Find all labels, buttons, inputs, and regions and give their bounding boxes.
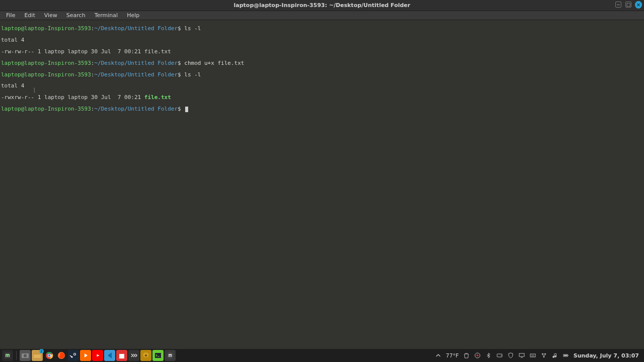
battery-icon (563, 352, 569, 358)
caret-up-icon (435, 352, 441, 358)
launcher-screenshot[interactable] (20, 350, 31, 361)
launcher-putty[interactable] (152, 350, 164, 361)
term-line: laptop@laptop-Inspiron-3593:~/Desktop/Un… (1, 72, 643, 77)
cursor-block (185, 107, 188, 112)
separator (16, 351, 17, 360)
term-line: total 4 (1, 83, 643, 88)
play-cone-icon (82, 351, 90, 359)
window-minimize-button[interactable]: − (615, 1, 622, 8)
window-maximize-button[interactable]: □ (625, 1, 632, 8)
trash-icon (463, 352, 469, 358)
launcher-settings[interactable] (140, 350, 151, 361)
term-command: ls -l (184, 71, 201, 78)
tray-disk[interactable] (496, 352, 503, 359)
svg-rect-16 (155, 353, 161, 358)
launcher-chrome[interactable] (44, 350, 55, 361)
weather-indicator[interactable]: 77°F (446, 352, 459, 359)
executable-filename: file.txt (144, 94, 171, 101)
menu-terminal[interactable]: Terminal (91, 12, 122, 19)
camera-icon (21, 351, 29, 359)
svg-rect-22 (519, 353, 524, 356)
launcher-mint-menu[interactable] (165, 350, 176, 361)
steam-icon (69, 351, 77, 359)
tray-trash[interactable] (463, 352, 470, 359)
tray-expand-button[interactable] (435, 352, 442, 359)
launcher-steam[interactable] (68, 350, 79, 361)
tray-keyboard[interactable] (529, 352, 536, 359)
chevrons-icon (130, 351, 138, 359)
svg-point-19 (476, 354, 478, 356)
svg-point-2 (24, 354, 27, 357)
update-badge: 2 (39, 349, 44, 353)
shield-icon (508, 352, 514, 358)
window-title: laptop@laptop-Inspiron-3593: ~/Desktop/U… (0, 2, 644, 9)
launcher-media-player[interactable] (80, 350, 91, 361)
svg-rect-23 (530, 354, 535, 357)
close-icon: × (635, 1, 642, 9)
svg-point-9 (74, 353, 75, 355)
svg-rect-13 (119, 352, 124, 354)
launcher-youtube[interactable] (92, 350, 103, 361)
vscode-icon (106, 351, 114, 359)
svg-point-15 (145, 354, 147, 356)
maximize-icon: □ (625, 2, 631, 8)
term-line: total 4 (1, 37, 643, 43)
display-icon (519, 352, 525, 358)
prompt-userhost: laptop@laptop-Inspiron-3593 (1, 25, 91, 32)
minimize-icon: − (615, 2, 621, 8)
window-controls: − □ × (615, 1, 642, 8)
youtube-icon (94, 351, 102, 359)
tray-network[interactable] (540, 352, 547, 359)
window-titlebar[interactable]: laptop@laptop-Inspiron-3593: ~/Desktop/U… (0, 0, 644, 11)
term-line: laptop@laptop-Inspiron-3593:~/Desktop/Un… (1, 26, 643, 31)
term-line: -rwxrw-r-- 1 laptop laptop 30 Jul 7 00:2… (1, 95, 643, 100)
tray-bluetooth[interactable] (485, 352, 492, 359)
launcher-chat[interactable] (128, 350, 139, 361)
notes-icon (118, 351, 126, 359)
obs-icon (474, 352, 480, 358)
disk-icon (497, 352, 503, 358)
menubar: File Edit View Search Terminal Help (0, 11, 644, 20)
taskbar: 2 (0, 349, 644, 362)
svg-rect-28 (568, 355, 569, 356)
launcher-firefox[interactable] (56, 350, 67, 361)
menu-help[interactable]: Help (123, 12, 143, 19)
term-command: ls -l (184, 25, 201, 32)
term-line: laptop@laptop-Inspiron-3593:~/Desktop/Un… (1, 106, 643, 112)
system-tray: 77°F Sunday, July 7, 03:07 (435, 352, 642, 359)
chrome-icon (45, 351, 53, 359)
tray-audio[interactable] (551, 352, 558, 359)
launcher-notes[interactable] (116, 350, 127, 361)
prompt-path: ~/Desktop/Untitled Folder (94, 25, 178, 32)
term-line: laptop@laptop-Inspiron-3593:~/Desktop/Un… (1, 60, 643, 66)
terminal-app-icon (154, 351, 162, 359)
launcher-file-manager[interactable]: 2 (32, 350, 43, 361)
term-command: chmod u+x file.txt (184, 60, 244, 66)
menu-file[interactable]: File (2, 12, 19, 19)
terminal-viewport[interactable]: laptop@laptop-Inspiron-3593:~/Desktop/Un… (0, 20, 644, 362)
mint-circle-icon (166, 351, 174, 359)
taskbar-launchers: 2 (2, 350, 176, 361)
tray-obs[interactable] (474, 352, 481, 359)
mint-logo-icon (4, 351, 12, 359)
firefox-icon (57, 351, 65, 359)
window-close-button[interactable]: × (635, 1, 642, 8)
menu-view[interactable]: View (40, 12, 61, 19)
menu-search[interactable]: Search (62, 12, 90, 19)
tray-battery[interactable] (562, 352, 570, 359)
tray-display[interactable] (518, 352, 525, 359)
tray-shield[interactable] (507, 352, 514, 359)
term-line: -rw-rw-r-- 1 laptop laptop 30 Jul 7 00:2… (1, 49, 643, 54)
launcher-vscode[interactable] (104, 350, 115, 361)
network-icon (541, 352, 547, 358)
music-note-icon (552, 352, 558, 358)
svg-rect-29 (564, 355, 567, 356)
svg-point-7 (70, 352, 77, 359)
text-cursor-ibeam-icon: Ⲓ (34, 87, 35, 93)
keyboard-icon (530, 352, 536, 358)
svg-point-5 (48, 354, 51, 357)
gear-icon (142, 351, 150, 359)
clock[interactable]: Sunday, July 7, 03:07 (574, 352, 639, 359)
start-menu-button[interactable] (2, 350, 13, 361)
menu-edit[interactable]: Edit (20, 12, 39, 19)
